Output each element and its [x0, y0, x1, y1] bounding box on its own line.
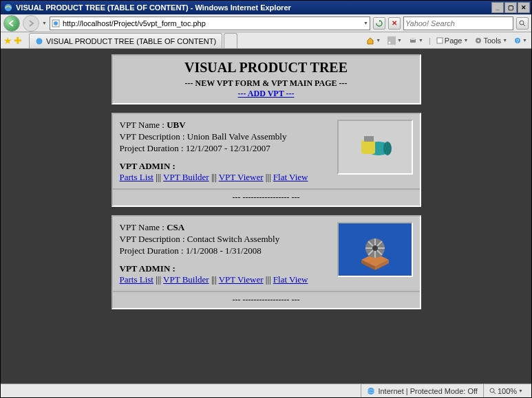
search-icon — [519, 20, 526, 27]
gear-icon — [475, 37, 482, 44]
ie-tab-icon — [35, 37, 43, 45]
content-viewport[interactable]: VISUAL PRODUCT TREE --- NEW VPT FORM & V… — [1, 49, 531, 384]
svg-point-7 — [389, 41, 391, 43]
vpt-admin-label: VPT ADMIN : — [120, 161, 332, 172]
stop-button[interactable]: ✕ — [388, 17, 401, 30]
svg-point-5 — [36, 38, 43, 44]
vpt-duration-label: Project Duration : — [120, 143, 186, 153]
vpt-desc-value: Contact Switch Assembly — [187, 234, 279, 244]
vpt-duration-label: Project Duration : — [120, 245, 186, 256]
vpt-item-panel: VPT Name : UBV VPT Description : Union B… — [111, 113, 421, 207]
page-icon — [436, 37, 443, 44]
vpt-viewer-link[interactable]: VPT Viewer — [219, 172, 264, 182]
status-bar: Internet | Protected Mode: Off 100% ▼ — [1, 384, 531, 397]
add-vpt-link[interactable]: --- ADD VPT --- — [238, 89, 295, 98]
flat-view-link[interactable]: Flat View — [273, 172, 308, 182]
vpt-builder-link[interactable]: VPT Builder — [163, 172, 209, 182]
refresh-icon — [376, 20, 383, 27]
link-separator: ||| — [156, 172, 163, 182]
svg-line-31 — [493, 392, 496, 394]
address-dropdown-icon[interactable]: ▼ — [363, 21, 368, 25]
home-icon — [366, 36, 374, 45]
search-input[interactable] — [405, 19, 511, 27]
zoom-value: 100% — [498, 387, 517, 395]
link-separator: ||| — [211, 274, 219, 285]
vpt-builder-link[interactable]: VPT Builder — [163, 274, 209, 285]
forward-button[interactable] — [23, 15, 39, 32]
window-titlebar: VISUAL PRODUCT TREE (TABLE OF CONTENT) -… — [1, 1, 531, 14]
favorites-icon[interactable]: ★ — [3, 35, 12, 46]
assembly-icon — [348, 126, 403, 168]
nav-dropdown-icon[interactable]: ▼ — [42, 21, 47, 25]
new-tab-button[interactable] — [224, 33, 237, 48]
internet-zone-icon — [367, 387, 375, 395]
link-separator: ||| — [266, 274, 273, 285]
svg-rect-17 — [364, 136, 374, 142]
parts-list-link[interactable]: Parts List — [120, 172, 153, 182]
ie-logo-icon — [3, 3, 13, 12]
vpt-admin-label: VPT ADMIN : — [120, 263, 332, 274]
search-button[interactable] — [516, 17, 529, 30]
tab-strip: ★ ✚ VISUAL PRODUCT TREE (TABLE OF CONTEN… — [1, 32, 531, 49]
vpt-name-value: CSA — [167, 222, 184, 232]
window-controls: _ ▢ ✕ — [491, 2, 530, 13]
svg-line-4 — [523, 24, 525, 26]
vpt-thumbnail — [337, 120, 413, 175]
maximize-button[interactable]: ▢ — [504, 2, 517, 13]
help-icon: ? — [514, 37, 521, 44]
security-zone[interactable]: Internet | Protected Mode: Off — [361, 384, 483, 397]
link-separator: ||| — [266, 172, 273, 182]
tab-title: VISUAL PRODUCT TREE (TABLE OF CONTENT) — [46, 37, 216, 45]
home-button[interactable]: ▼ — [365, 36, 382, 45]
minimize-button[interactable]: _ — [491, 2, 504, 13]
vpt-viewer-link[interactable]: VPT Viewer — [219, 274, 264, 285]
page-header-panel: VISUAL PRODUCT TREE --- NEW VPT FORM & V… — [111, 54, 421, 104]
vpt-item-panel: VPT Name : CSA VPT Description : Contact… — [111, 215, 421, 309]
page-menu[interactable]: Page ▼ — [435, 36, 470, 45]
parts-list-link[interactable]: Parts List — [120, 274, 153, 285]
page-subtitle: --- NEW VPT FORM & VPT MAIN PAGE --- — [118, 78, 414, 89]
zone-text: Internet | Protected Mode: Off — [378, 387, 478, 395]
link-separator: ||| — [156, 274, 163, 285]
svg-point-18 — [383, 142, 392, 155]
print-icon — [409, 36, 417, 45]
svg-rect-9 — [411, 38, 415, 40]
link-separator: ||| — [211, 172, 219, 182]
window-title: VISUAL PRODUCT TREE (TABLE OF CONTENT) -… — [16, 3, 291, 12]
zoom-control[interactable]: 100% ▼ — [483, 384, 529, 397]
vpt-desc-label: VPT Description : — [120, 234, 187, 244]
flat-view-link[interactable]: Flat View — [273, 274, 308, 285]
vpt-duration-value: 1/1/2008 - 1/31/2008 — [186, 245, 262, 256]
rss-icon — [387, 36, 396, 45]
refresh-button[interactable] — [373, 17, 385, 30]
assembly-icon — [348, 229, 403, 270]
zoom-dropdown-icon[interactable]: ▼ — [518, 388, 523, 393]
search-bar[interactable] — [403, 16, 513, 30]
tab-active[interactable]: VISUAL PRODUCT TREE (TABLE OF CONTENT) — [29, 33, 222, 48]
vpt-duration-value: 12/1/2007 - 12/31/2007 — [186, 143, 270, 153]
vpt-thumbnail — [337, 222, 413, 277]
navigation-toolbar: ▼ ▼ ✕ — [1, 14, 531, 32]
vpt-desc-label: VPT Description : — [120, 131, 187, 142]
page-icon — [52, 19, 60, 27]
tools-menu[interactable]: Tools ▼ — [474, 36, 509, 45]
add-favorite-icon[interactable]: ✚ — [14, 35, 22, 46]
close-button[interactable]: ✕ — [518, 2, 530, 13]
vpt-name-label: VPT Name : — [120, 222, 167, 232]
address-input[interactable] — [63, 18, 361, 29]
help-button[interactable]: ? ▼ — [513, 37, 529, 44]
arrow-left-icon — [8, 19, 16, 27]
stop-icon: ✕ — [392, 19, 397, 27]
print-button[interactable]: ▼ — [407, 36, 425, 45]
item-footer: --- ----------------- --- — [113, 188, 420, 206]
page-title: VISUAL PRODUCT TREE — [118, 60, 414, 76]
zoom-icon — [489, 388, 496, 395]
svg-point-2 — [54, 21, 58, 25]
svg-point-27 — [372, 245, 378, 251]
item-footer: --- ----------------- --- — [113, 291, 420, 308]
feeds-button[interactable]: ▼ — [386, 36, 403, 45]
command-bar: ▼ ▼ ▼ | Page ▼ Tools ▼ ? ▼ — [365, 33, 529, 48]
vpt-name-label: VPT Name : — [120, 120, 167, 130]
back-button[interactable] — [3, 15, 20, 32]
address-bar[interactable]: ▼ — [50, 16, 370, 30]
